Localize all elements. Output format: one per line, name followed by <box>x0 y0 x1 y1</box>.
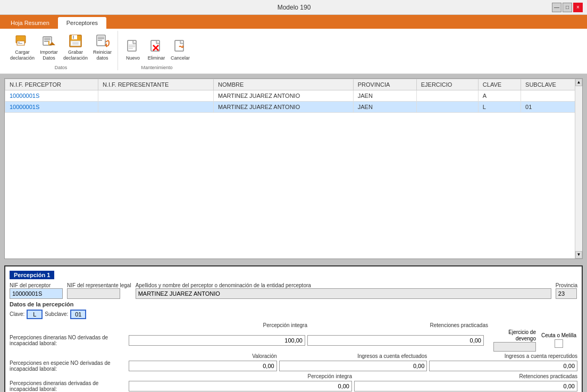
clave-label: Clave: <box>10 311 24 317</box>
row3-headers: Percepción integra Retenciones practicad… <box>129 373 577 379</box>
row-especie-no-incapacidad: Percepciones en especie NO derivadas dei… <box>10 360 577 372</box>
row1-label: Percepciones dinerarias NO derivadas dei… <box>10 335 127 346</box>
table-row[interactable]: 10000001S MARTINEZ JUAREZ ANTONIO JAEN L… <box>5 101 582 112</box>
datos-percepcion-title: Datos de la percepción <box>10 301 577 307</box>
col-subclave: SUBCLAVE <box>521 79 582 90</box>
form-top-row: NIF del perceptor NIF del representante … <box>10 282 577 299</box>
svg-rect-2 <box>18 39 20 41</box>
subclave-cell <box>521 90 582 101</box>
nombre-cell: MARTINEZ JUAREZ ANTONIO <box>214 101 354 112</box>
provincia-label: Provincia <box>556 282 577 288</box>
nif-representante-group: NIF del representante legal <box>67 282 131 299</box>
ribbon-content: Cargardeclaración ImportarDatos <box>0 29 587 74</box>
ceuta-melilla-checkbox[interactable] <box>555 339 563 348</box>
valoracion-header: Valoración <box>129 353 277 359</box>
valoracion-2[interactable] <box>129 361 277 371</box>
ejercicio-devengo-label: Ejercicio dedevengo <box>508 329 536 342</box>
ribbon: Hoja Resumen Perceptores Cargar <box>0 15 587 74</box>
percepcion-integra-3[interactable] <box>129 381 352 391</box>
minimize-button[interactable]: — <box>552 3 561 12</box>
main-content: N.I.F. PERCEPTOR N.I.F. REPRESENTANTE NO… <box>0 74 587 392</box>
ingresos-cuenta-2[interactable] <box>279 361 427 371</box>
scroll-track[interactable] <box>575 86 582 251</box>
importar-icon <box>40 32 57 49</box>
clave-input[interactable] <box>27 310 43 319</box>
perceptores-table: N.I.F. PERCEPTOR N.I.F. REPRESENTANTE NO… <box>5 79 582 113</box>
scroll-down[interactable]: ▼ <box>575 251 582 258</box>
col-header-percepcion: Percepción integra <box>129 322 307 328</box>
eliminar-icon <box>148 38 165 55</box>
ceuta-melilla-label: Ceuta o Melilla <box>541 332 576 338</box>
table-row[interactable]: 10000001S MARTINEZ JUAREZ ANTONIO JAEN A <box>5 90 582 101</box>
apellidos-group: Apellidos y nombre del perceptor o denom… <box>136 282 551 299</box>
reiniciar-icon <box>94 32 111 49</box>
svg-line-29 <box>182 46 183 47</box>
svg-rect-3 <box>18 42 20 43</box>
ribbon-tabs: Hoja Resumen Perceptores <box>0 15 587 29</box>
svg-rect-17 <box>98 37 104 38</box>
nif-link[interactable]: 10000001S <box>10 104 39 110</box>
svg-rect-24 <box>129 48 133 49</box>
col-header-retenciones: Retenciones practicadas <box>309 322 488 328</box>
col-ejercicio: EJERCICIO <box>416 79 478 90</box>
svg-rect-15 <box>72 42 79 45</box>
scroll-up[interactable]: ▲ <box>575 79 582 86</box>
nuevo-button[interactable]: Nuevo <box>122 37 144 63</box>
clave-cell: A <box>478 90 521 101</box>
svg-rect-28 <box>175 40 183 51</box>
importar-button[interactable]: ImportarDatos <box>38 31 60 63</box>
col-nombre: NOMBRE <box>214 79 354 90</box>
ingresos-repercutidos-2[interactable] <box>429 361 577 371</box>
maximize-button[interactable]: □ <box>563 3 572 12</box>
reiniciar-button[interactable]: Reiniciardatos <box>91 31 113 63</box>
svg-rect-23 <box>129 46 135 47</box>
nuevo-icon <box>124 38 141 55</box>
cargar-button[interactable]: Cargardeclaración <box>9 31 36 63</box>
datos-group-label: Datos <box>55 65 68 70</box>
ribbon-group-datos: Cargardeclaración ImportarDatos <box>4 31 118 70</box>
cargar-label: Cargardeclaración <box>10 49 35 61</box>
svg-rect-22 <box>129 45 135 46</box>
provincia-input[interactable] <box>556 288 577 299</box>
subclave-cell: 01 <box>521 101 582 112</box>
column-headers: Percepción integra Retenciones practicad… <box>129 322 577 328</box>
cancelar-button[interactable]: Cancelar <box>169 37 191 63</box>
form-section: Percepción 1 NIF del perceptor NIF del r… <box>4 265 583 392</box>
retenciones-1[interactable] <box>307 335 484 346</box>
nuevo-label: Nuevo <box>126 55 140 61</box>
svg-rect-19 <box>98 40 102 41</box>
grabar-button[interactable]: Grabardeclaración <box>62 31 89 63</box>
close-button[interactable]: × <box>573 3 583 12</box>
svg-rect-4 <box>18 43 22 44</box>
eliminar-button[interactable]: Eliminar <box>146 37 167 63</box>
window-controls[interactable]: — □ × <box>552 3 583 12</box>
nif-link[interactable]: 10000001S <box>10 93 39 99</box>
row3-percepcion-header: Percepción integra <box>129 373 352 379</box>
provincia-cell: JAEN <box>353 90 416 101</box>
ingresos-repercutidos-header: Ingresos a cuenta repercutidos <box>429 353 577 359</box>
nombre-cell: MARTINEZ JUAREZ ANTONIO <box>214 90 354 101</box>
subclave-input[interactable] <box>70 310 86 319</box>
vertical-scrollbar[interactable]: ▲ ▼ <box>575 79 582 258</box>
nif-perceptor-input[interactable] <box>10 288 63 299</box>
nif-perceptor-group: NIF del perceptor <box>10 282 63 299</box>
tab-perceptores[interactable]: Perceptores <box>58 17 106 29</box>
col-header-ejercicio <box>490 322 538 328</box>
retenciones-3[interactable] <box>354 381 577 391</box>
form-title: Percepción 1 <box>10 271 54 279</box>
cancelar-label: Cancelar <box>171 55 190 61</box>
nif-representante-input[interactable] <box>67 288 120 299</box>
percepcion-integra-1[interactable] <box>129 335 305 346</box>
apellidos-input[interactable] <box>136 288 551 299</box>
col-header-ceuta <box>540 322 577 328</box>
row2-headers: Valoración Ingresos a cuenta efectuados … <box>129 353 577 359</box>
eliminar-label: Eliminar <box>148 55 165 61</box>
tab-hoja-resumen[interactable]: Hoja Resumen <box>2 17 58 29</box>
nif-perceptor-label: NIF del perceptor <box>10 282 63 288</box>
title-bar: Modelo 190 — □ × <box>0 0 587 15</box>
row2-label: Percepciones en especie NO derivadas dei… <box>10 360 127 372</box>
svg-rect-6 <box>44 38 51 39</box>
ejercicio-devengo-group: Ejercicio dedevengo <box>488 329 536 352</box>
svg-rect-10 <box>48 41 49 45</box>
ejercicio-devengo-input[interactable] <box>493 342 536 352</box>
